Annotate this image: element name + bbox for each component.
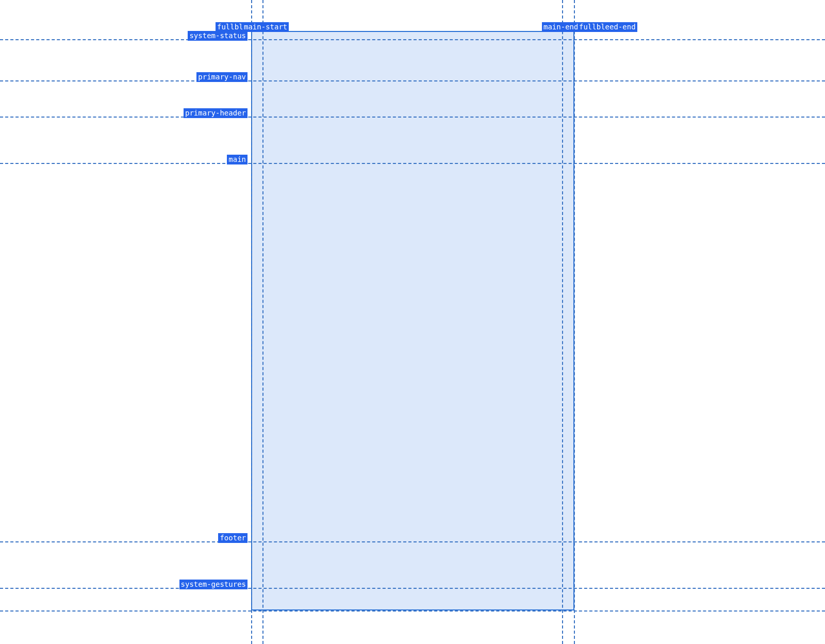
grid-highlight bbox=[251, 31, 574, 610]
grid-diagram: fullbleed-start main-start main-end full… bbox=[0, 0, 825, 644]
row-label-primary-nav: primary-nav bbox=[196, 72, 248, 82]
row-label-footer: footer bbox=[218, 533, 248, 543]
col-label-fullbleed-end: fullbleed-end bbox=[578, 22, 637, 32]
row-label-system-gestures: system-gestures bbox=[179, 580, 248, 589]
row-label-primary-header: primary-header bbox=[184, 108, 248, 118]
row-label-system-status: system-status bbox=[188, 31, 248, 41]
col-label-main-end: main-end bbox=[542, 22, 580, 32]
row-line-bottom-edge bbox=[0, 610, 825, 612]
row-label-main: main bbox=[227, 155, 248, 164]
col-label-main-start: main-start bbox=[242, 22, 289, 32]
